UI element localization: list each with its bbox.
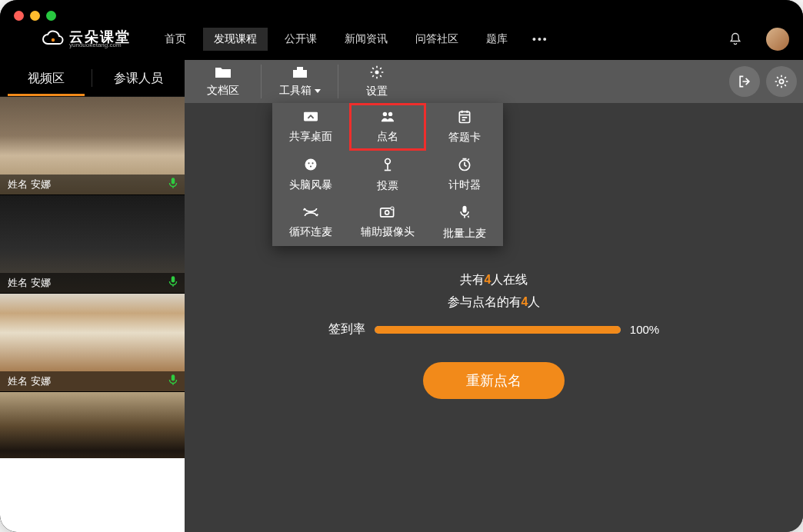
mic-icon[interactable] [166,373,180,387]
exit-button[interactable] [729,66,760,97]
vote-icon [380,156,395,175]
checkin-rate-row: 签到率 100% [328,321,659,337]
svg-point-11 [388,112,392,116]
svg-point-0 [52,38,55,42]
video-thumbnail [0,392,185,458]
toolbox-item-label: 答题卡 [448,131,481,145]
nav-news[interactable]: 新闻资讯 [334,28,398,51]
toolbox-item[interactable]: 批量上麦 [426,198,503,246]
toolbox-item-label: 头脑风暴 [289,178,332,192]
svg-rect-9 [304,112,318,121]
mic-icon[interactable] [166,176,180,190]
nav-discover[interactable]: 发现课程 [203,28,268,51]
toolbox-item[interactable]: 循环连麦 [272,198,349,246]
tab-participants[interactable]: 参课人员 [92,60,185,96]
svg-point-17 [385,159,391,165]
toolbox-item-label: 投票 [377,179,398,193]
nav-question-bank[interactable]: 题库 [475,28,518,51]
svg-point-8 [779,79,783,83]
svg-point-7 [375,71,379,75]
toolbox-item-label: 共享桌面 [289,130,332,144]
checkin-percent: 100% [630,323,659,336]
aux-camera-icon [379,205,396,221]
svg-rect-2 [172,276,175,282]
svg-rect-6 [297,67,303,70]
toolbox-item[interactable]: 答题卡 [426,103,503,151]
toolbox-item-label: 计时器 [448,178,481,192]
minimize-icon[interactable] [30,11,40,21]
nav-home[interactable]: 首页 [154,28,197,51]
chevron-down-icon [315,89,321,93]
toolbar-toolbox[interactable]: 工具箱 [262,60,338,103]
settings-round-button[interactable] [766,66,797,97]
svg-point-15 [312,162,313,164]
maximize-icon[interactable] [46,11,56,21]
video-tile[interactable]: 姓名 安娜 [0,97,185,195]
batch-mic-icon [457,204,472,223]
brand-logo[interactable]: 云朵课堂 yunduoketang.com [42,30,131,48]
checkin-progress [375,326,621,334]
nav-qa[interactable]: 问答社区 [405,28,469,51]
toolbox-item[interactable]: 辅助摄像头 [349,198,426,246]
toolbox-item[interactable]: 计时器 [426,151,503,198]
video-name-overlay: 姓名 安娜 [0,371,185,391]
svg-rect-3 [172,374,175,381]
online-count-line: 共有4人在线 [460,272,528,288]
toolbar-docs-label: 文档区 [207,84,239,98]
svg-rect-19 [385,170,391,171]
tab-video-area[interactable]: 视频区 [0,60,92,96]
answer-sheet-icon [457,109,472,127]
user-avatar[interactable] [766,28,789,51]
sidebar-bottom-panel [0,458,185,532]
video-sidebar: 视频区 参课人员 姓名 安娜姓名 安娜姓名 安娜姓名 安娜 [0,60,185,532]
svg-rect-1 [172,178,175,184]
video-tile[interactable]: 姓名 安娜 [0,195,185,294]
svg-point-10 [383,112,387,116]
toolbox-item[interactable]: 头脑风暴 [272,151,349,198]
toolbar: 文档区 工具箱 设置 [185,60,803,103]
svg-point-22 [385,211,389,214]
video-list: 姓名 安娜姓名 安娜姓名 安娜姓名 安娜 [0,97,185,458]
checkin-label: 签到率 [328,321,365,337]
cloud-icon [42,30,65,48]
toolbox-item[interactable]: 点名 [349,103,426,151]
brand-sub: yunduoketang.com [69,42,131,48]
window-controls [14,11,56,21]
close-icon[interactable] [14,11,24,21]
toolbar-settings-label: 设置 [366,85,388,98]
exit-icon [737,74,752,89]
toolbox-item[interactable]: 投票 [349,151,426,198]
folder-icon [215,65,232,79]
toolbox-icon [292,65,308,79]
rollcall-count-line: 参与点名的有4人 [448,294,541,311]
svg-rect-18 [387,164,388,170]
video-tile[interactable]: 姓名 安娜 [0,294,185,392]
app-window: 云朵课堂 yunduoketang.com 首页 发现课程 公开课 新闻资讯 问… [0,0,803,532]
video-tile[interactable]: 姓名 安娜 [0,392,185,458]
rollcall-icon [379,110,396,126]
toolbar-toolbox-label: 工具箱 [279,84,312,98]
video-name-overlay: 姓名 安娜 [0,273,185,293]
gear-icon [774,74,789,89]
loop-mic-icon [302,205,319,221]
timer-icon [457,157,472,175]
top-navbar: 云朵课堂 yunduoketang.com 首页 发现课程 公开课 新闻资讯 问… [0,0,803,60]
svg-point-13 [305,159,317,171]
brainstorm-icon [303,157,318,175]
bell-icon[interactable] [728,32,743,47]
video-name-overlay: 姓名 安娜 [0,175,185,195]
toolbox-item-label: 辅助摄像头 [361,225,415,239]
toolbar-settings[interactable]: 设置 [338,60,415,103]
toolbar-docs[interactable]: 文档区 [185,60,262,103]
nav-more-icon[interactable]: ••• [525,28,556,50]
toolbox-dropdown: 共享桌面点名答题卡头脑风暴投票计时器循环连麦辅助摄像头批量上麦 [272,103,503,246]
re-rollcall-button[interactable]: 重新点名 [423,362,565,399]
toolbox-item-label: 点名 [377,130,398,144]
nav-open-class[interactable]: 公开课 [274,28,328,51]
toolbox-item[interactable]: 共享桌面 [272,103,349,151]
gear-icon [369,65,385,80]
rollcall-stats: 共有4人在线 参与点名的有4人 签到率 100% 重新点名 [185,272,803,399]
svg-point-16 [310,165,312,167]
toolbox-item-label: 批量上麦 [443,227,486,241]
mic-icon[interactable] [166,274,180,288]
